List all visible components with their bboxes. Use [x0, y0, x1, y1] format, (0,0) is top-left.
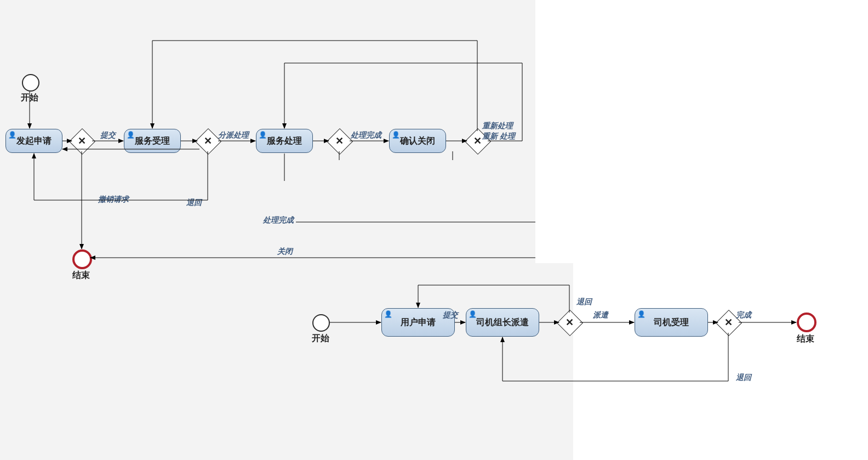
user-icon: 👤 [469, 310, 477, 318]
edge-close: 关闭 [277, 247, 293, 257]
user-icon: 👤 [127, 131, 135, 139]
task-driver-accept[interactable]: 👤 司机受理 [635, 308, 708, 337]
gateway-3[interactable]: ✕ [330, 132, 348, 150]
task-driver-lead-dispatch-label: 司机组长派遣 [476, 317, 529, 328]
task-service-handle-label: 服务处理 [267, 135, 302, 147]
region-bottom [0, 263, 573, 460]
task-driver-accept-label: 司机受理 [654, 317, 689, 328]
user-icon: 👤 [384, 310, 392, 318]
task-user-apply-label: 用户申请 [401, 317, 436, 328]
start-event-bottom[interactable] [312, 314, 330, 332]
edge-b-dispatch: 派遣 [593, 310, 608, 320]
edge-b-reject: 退回 [576, 297, 592, 307]
edge-b-done: 完成 [736, 310, 751, 320]
edge-dispatch: 分派处理 [218, 130, 249, 140]
edge-done2: 处理完成 [263, 215, 294, 225]
edge-revoke: 撤销请求 [98, 195, 129, 205]
task-confirm-close[interactable]: 👤 确认关闭 [389, 129, 446, 153]
edge-b-submit: 提交 [443, 310, 458, 320]
end-label-top: 结束 [72, 270, 90, 281]
task-initiate-request[interactable]: 👤 发起申请 [5, 129, 62, 153]
user-icon: 👤 [392, 131, 400, 139]
task-service-accept-label: 服务受理 [135, 135, 170, 147]
start-label-top: 开始 [21, 92, 38, 104]
start-event-top[interactable] [22, 74, 39, 92]
edge-rehandle1: 重新处理 [482, 121, 513, 131]
task-initiate-request-label: 发起申请 [16, 135, 52, 147]
edge-submit: 提交 [100, 130, 116, 140]
user-icon: 👤 [637, 310, 646, 318]
gateway-2[interactable]: ✕ [199, 132, 216, 150]
task-driver-lead-dispatch[interactable]: 👤 司机组长派遣 [466, 308, 539, 337]
gateway-b1[interactable]: ✕ [561, 314, 578, 331]
gateway-b2[interactable]: ✕ [719, 314, 737, 331]
user-icon: 👤 [259, 131, 267, 139]
diagram-root: 开始 👤 发起申请 ✕ 👤 服务受理 ✕ 👤 服务处理 ✕ 👤 确认关闭 ✕ 结… [0, 0, 868, 460]
task-service-accept[interactable]: 👤 服务受理 [124, 129, 181, 153]
edge-rehandle2: 重新 处理 [482, 132, 515, 141]
end-label-bottom: 结束 [797, 333, 814, 345]
end-event-bottom[interactable] [797, 313, 816, 332]
user-icon: 👤 [8, 131, 16, 139]
start-label-bottom: 开始 [312, 333, 329, 344]
task-service-handle[interactable]: 👤 服务处理 [256, 129, 313, 153]
edge-done: 处理完成 [351, 130, 381, 140]
gateway-1[interactable]: ✕ [73, 132, 90, 150]
task-confirm-close-label: 确认关闭 [400, 135, 435, 147]
end-event-top[interactable] [72, 249, 92, 269]
edge-b-reject2: 退回 [736, 373, 751, 383]
edge-reject: 退回 [186, 198, 202, 208]
